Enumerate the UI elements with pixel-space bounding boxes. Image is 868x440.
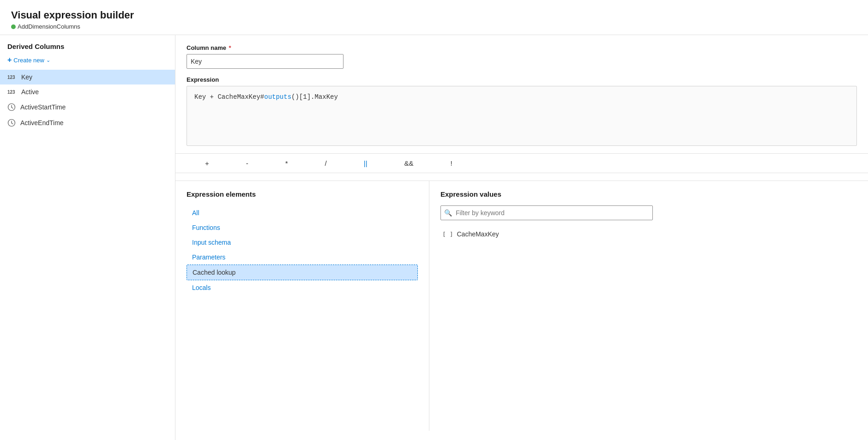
value-label-cache-max-key: CacheMaxKey	[457, 230, 499, 238]
elem-input-schema[interactable]: Input schema	[187, 235, 418, 250]
op-and[interactable]: &&	[386, 157, 432, 169]
required-star: *	[227, 44, 231, 51]
svg-line-5	[12, 123, 13, 124]
sidebar-item-active-end-time[interactable]: ActiveEndTime	[0, 115, 175, 131]
column-name-group: Column name *	[187, 44, 857, 69]
type-badge-active: 123	[7, 90, 17, 95]
elem-parameters[interactable]: Parameters	[187, 250, 418, 265]
elem-locals[interactable]: Locals	[187, 280, 418, 295]
operators-bar: + - * / || && !	[175, 153, 868, 173]
clock-icon-end	[7, 119, 16, 127]
op-plus[interactable]: +	[187, 157, 228, 169]
sidebar-label-active: Active	[21, 88, 39, 96]
sidebar: Derived Columns + Create new ⌄ 123 Key 1…	[0, 35, 175, 440]
subtitle-text: AddDimensionColumns	[18, 23, 80, 30]
sidebar-item-key[interactable]: 123 Key	[0, 70, 175, 84]
elem-cached-lookup[interactable]: Cached lookup	[187, 265, 418, 280]
expression-elements-panel: Expression elements All Functions Input …	[175, 181, 429, 431]
sidebar-item-active[interactable]: 123 Active	[0, 84, 175, 99]
type-badge-key: 123	[7, 75, 17, 80]
clock-icon-start	[7, 103, 16, 111]
op-not[interactable]: !	[432, 157, 471, 169]
status-dot	[11, 24, 16, 29]
expression-values-title: Expression values	[440, 190, 857, 198]
expression-label: Expression	[187, 76, 857, 83]
expression-elements-list: All Functions Input schema Parameters Ca…	[187, 205, 418, 295]
filter-input[interactable]	[440, 205, 653, 220]
expression-group: Expression Key + CacheMaxKey#outputs()[1…	[187, 76, 857, 146]
header-subtitle: AddDimensionColumns	[11, 23, 868, 30]
elem-all[interactable]: All	[187, 205, 418, 220]
value-item-cache-max-key[interactable]: [ ] CacheMaxKey	[440, 228, 857, 241]
sidebar-label-active-start-time: ActiveStartTime	[20, 103, 66, 111]
op-or[interactable]: ||	[345, 157, 386, 169]
expression-values-panel: Expression values 🔍 [ ] CacheMaxKey	[429, 181, 868, 431]
sidebar-label-key: Key	[21, 73, 32, 81]
column-name-label: Column name *	[187, 44, 857, 51]
column-name-input[interactable]	[187, 54, 344, 69]
bottom-section: Expression elements All Functions Input …	[175, 181, 868, 431]
create-new-button[interactable]: + Create new ⌄	[0, 54, 175, 70]
expr-suffix: ()[1].MaxKey	[291, 93, 338, 101]
op-divide[interactable]: /	[307, 157, 345, 169]
expression-text: Key + CacheMaxKey#outputs()[1].MaxKey	[194, 93, 338, 101]
main-content: Column name * Expression Key + CacheMaxK…	[175, 35, 868, 440]
page-title: Visual expression builder	[11, 9, 868, 21]
svg-line-2	[12, 108, 13, 108]
sidebar-item-active-start-time[interactable]: ActiveStartTime	[0, 99, 175, 115]
create-new-label: Create new	[13, 57, 44, 64]
header: Visual expression builder AddDimensionCo…	[0, 9, 868, 35]
op-minus[interactable]: -	[228, 157, 267, 169]
expression-elements-title: Expression elements	[187, 190, 418, 198]
array-icon: [ ]	[442, 231, 453, 238]
elem-functions[interactable]: Functions	[187, 220, 418, 235]
plus-icon: +	[7, 56, 12, 64]
sidebar-section-title: Derived Columns	[0, 42, 175, 54]
expr-link[interactable]: outputs	[264, 93, 291, 101]
chevron-down-icon: ⌄	[46, 57, 50, 63]
expr-prefix: Key + CacheMaxKey#	[194, 93, 264, 101]
sidebar-label-active-end-time: ActiveEndTime	[20, 119, 64, 127]
filter-input-wrap: 🔍	[440, 205, 857, 220]
op-multiply[interactable]: *	[267, 157, 307, 169]
app-container: Visual expression builder AddDimensionCo…	[0, 0, 868, 440]
main-layout: Derived Columns + Create new ⌄ 123 Key 1…	[0, 35, 868, 440]
expression-box[interactable]: Key + CacheMaxKey#outputs()[1].MaxKey	[187, 86, 857, 146]
